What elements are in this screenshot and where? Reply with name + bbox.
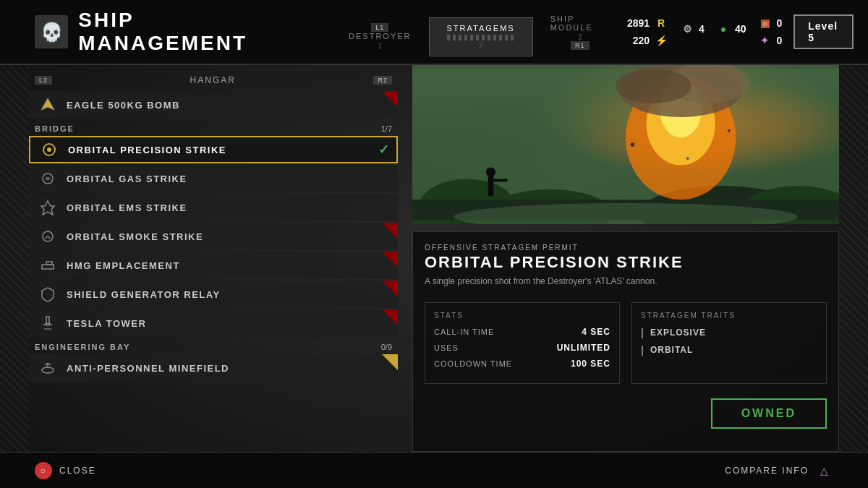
stratagem-list: EAGLE 500KG BOMB BRIDGE 1/7 ORBITAL PREC… <box>29 91 398 452</box>
medals-resource: 2891 R <box>627 16 668 30</box>
orbital-ems-icon <box>38 197 58 218</box>
resource-group-extra: ▣ 0 ✦ 0 <box>757 16 782 48</box>
shield-lock-icon <box>382 281 398 296</box>
tab-stratagems[interactable]: STRATAGEMS 2 <box>429 17 533 56</box>
list-item-minefield[interactable]: ANTI-PERSONNEL MINEFIELD <box>29 354 398 382</box>
r2-button: R2 <box>373 76 392 85</box>
nav-tabs: L1 DESTROYER 1 STRATAGEMS 2 SHIP MODULE … <box>331 9 627 56</box>
svg-rect-10 <box>46 317 49 325</box>
owned-button[interactable]: OWNED <box>711 398 827 429</box>
check-icon: ✓ <box>378 142 389 158</box>
lb-button: L1 <box>371 23 388 32</box>
stats-traits-row: STATS CALL-IN TIME 4 SEC USES UNLIMITED … <box>425 302 827 384</box>
hmg-lock-icon <box>382 252 398 267</box>
gear-icon: ⚙ <box>680 22 694 36</box>
stat-callin: CALL-IN TIME 4 SEC <box>434 327 610 337</box>
triangle-button: △ <box>816 462 833 479</box>
svg-rect-11 <box>44 328 51 330</box>
svg-point-28 <box>631 142 635 147</box>
explosion-svg <box>412 65 839 224</box>
list-item-orbital-smoke[interactable]: ORBITAL SMOKE STRIKE <box>29 223 398 250</box>
preview-image <box>412 65 839 224</box>
section-engineering: ENGINEERING BAY 0/9 <box>29 338 398 353</box>
svg-point-4 <box>47 147 51 152</box>
list-item-hmg[interactable]: HMG EMPLACEMENT <box>29 252 398 279</box>
medal-icon: R <box>654 16 668 30</box>
stat-cooldown: COOLDOWN TIME 100 SEC <box>434 359 610 369</box>
l2-button: L2 <box>35 76 52 85</box>
stats-box: STATS CALL-IN TIME 4 SEC USES UNLIMITED … <box>425 302 620 384</box>
stat-uses: USES UNLIMITED <box>434 343 610 353</box>
list-item-orbital-precision[interactable]: ORBITAL PRECISION STRIKE ✓ <box>29 136 398 163</box>
smoke-lock-icon <box>382 223 398 239</box>
stripe-left <box>0 0 29 488</box>
hmg-icon <box>38 255 58 275</box>
green-resource: ● 40 <box>716 22 746 36</box>
pink-resource: ✦ 0 <box>757 33 782 48</box>
list-item-shield[interactable]: SHIELD GENERATOR RELAY <box>29 281 398 308</box>
hangar-label: HANGAR <box>190 75 236 85</box>
svg-point-29 <box>728 129 731 132</box>
orbital-precision-icon <box>39 140 59 160</box>
right-panel: OFFENSIVE STRATAGEM PERMIT ORBITAL PRECI… <box>412 65 839 452</box>
svg-rect-8 <box>42 265 54 269</box>
traits-title: STRATAGEM TRAITS <box>641 312 817 320</box>
tab-shipmodule[interactable]: SHIP MODULE 3 R1 <box>533 9 627 56</box>
stratagem-type: OFFENSIVE STRATAGEM PERMIT <box>425 244 827 252</box>
stratagem-desc: A single precision shot from the Destroy… <box>425 275 827 288</box>
green-icon: ● <box>716 22 731 36</box>
orange-icon: ▣ <box>757 16 772 30</box>
main-content: L2 HANGAR R2 EAGLE 500KG BOMB BRIDGE 1/7 <box>29 65 839 452</box>
svg-point-32 <box>486 167 495 176</box>
gear-resource: ⚙ 4 <box>680 22 705 36</box>
tesla-icon <box>38 313 58 333</box>
level-badge: Level 5 <box>793 14 854 49</box>
trait-explosive: | EXPLOSIVE <box>641 327 817 338</box>
orbital-smoke-icon <box>38 226 58 247</box>
resources: 2891 R 220 ⚡ ⚙ 4 ● 40 ▣ 0 <box>627 14 854 49</box>
resource-group-secondary: ⚙ 4 <box>680 22 705 42</box>
trait-orbital: | ORBITAL <box>641 344 817 356</box>
svg-rect-33 <box>493 179 507 182</box>
circle-button: ○ <box>35 462 52 479</box>
svg-point-27 <box>616 69 692 103</box>
hangar-header: L2 HANGAR R2 <box>29 65 398 91</box>
page-title: SHIP MANAGEMENT <box>78 9 302 55</box>
list-item-tesla[interactable]: TESLA TOWER <box>29 309 398 337</box>
top-bar: 💀 SHIP MANAGEMENT L1 DESTROYER 1 STRATAG… <box>0 0 868 65</box>
stripe-right <box>839 0 868 488</box>
orange-resource: ▣ 0 <box>757 16 782 30</box>
tab-destroyer[interactable]: L1 DESTROYER 1 <box>331 17 428 56</box>
bottom-bar: ○ CLOSE COMPARE INFO △ <box>0 452 868 488</box>
close-label: CLOSE <box>59 466 96 476</box>
yellow-corner-icon <box>382 354 398 370</box>
svg-rect-31 <box>488 176 494 197</box>
svg-marker-2 <box>41 98 54 110</box>
list-item-eagle[interactable]: EAGLE 500KG BOMB <box>29 91 398 119</box>
skull-icon: 💀 <box>35 14 68 49</box>
svg-point-12 <box>42 367 54 373</box>
left-panel: L2 HANGAR R2 EAGLE 500KG BOMB BRIDGE 1/7 <box>29 65 398 452</box>
compare-action[interactable]: COMPARE INFO △ <box>725 462 833 479</box>
hatch-decoration <box>447 35 515 40</box>
resource-group-green: ● 40 <box>716 22 746 42</box>
section-bridge: BRIDGE 1/7 <box>29 120 398 134</box>
info-panel: OFFENSIVE STRATAGEM PERMIT ORBITAL PRECI… <box>412 231 839 452</box>
lightning-icon: ⚡ <box>654 33 668 48</box>
list-item-orbital-gas[interactable]: ORBITAL GAS STRIKE <box>29 165 398 192</box>
rb-button: R1 <box>571 41 590 50</box>
resource-group-main: 2891 R 220 ⚡ <box>627 16 668 48</box>
svg-text:💀: 💀 <box>41 21 64 43</box>
tesla-lock-icon <box>382 309 398 325</box>
lock-icon <box>382 91 398 107</box>
svg-marker-6 <box>41 201 54 215</box>
shield-icon <box>38 284 58 304</box>
orbital-gas-icon <box>38 168 58 189</box>
svg-point-30 <box>686 157 689 160</box>
pink-icon: ✦ <box>757 33 772 48</box>
list-item-orbital-ems[interactable]: ORBITAL EMS STRIKE <box>29 194 398 221</box>
svg-rect-9 <box>46 262 52 265</box>
minefield-icon <box>38 358 58 378</box>
stratagem-name: ORBITAL PRECISION STRIKE <box>425 253 827 272</box>
close-action[interactable]: ○ CLOSE <box>35 462 96 479</box>
